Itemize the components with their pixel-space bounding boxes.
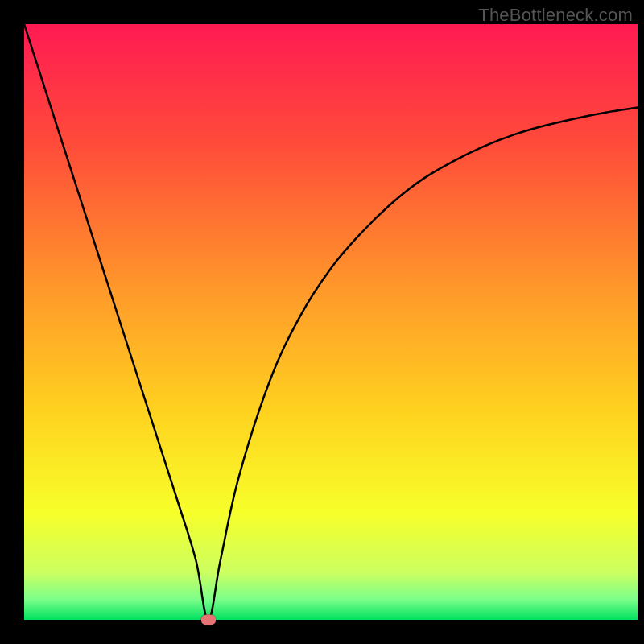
plot-area <box>24 24 638 620</box>
watermark-text: TheBottleneck.com <box>478 5 633 26</box>
plot-svg <box>24 24 638 620</box>
gradient-background <box>24 24 638 620</box>
optimal-point-marker <box>201 615 216 625</box>
chart-container: TheBottleneck.com <box>0 0 644 644</box>
